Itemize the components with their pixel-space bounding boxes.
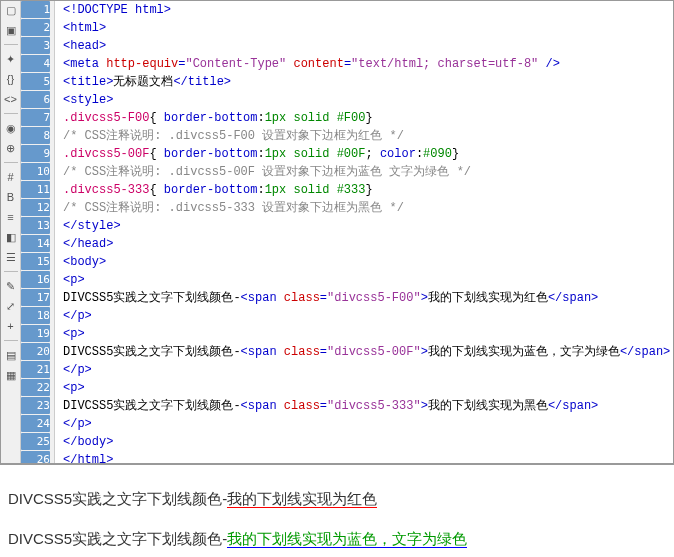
line-number: 26 bbox=[21, 451, 50, 463]
line-number: 10 bbox=[21, 163, 50, 180]
code-line[interactable]: <p> bbox=[63, 325, 673, 343]
braces-icon[interactable]: {} bbox=[4, 72, 18, 86]
line-number: 11 bbox=[21, 181, 50, 198]
code-line[interactable]: /* CSS注释说明: .divcss5-333 设置对象下边框为黑色 */ bbox=[63, 199, 673, 217]
code-line[interactable]: </html> bbox=[63, 451, 673, 463]
line-number: 15 bbox=[21, 253, 50, 270]
list-icon[interactable]: ☰ bbox=[4, 250, 18, 264]
code-line[interactable]: <!DOCTYPE html> bbox=[63, 1, 673, 19]
code-line[interactable]: .divcss5-333{ border-bottom:1px solid #3… bbox=[63, 181, 673, 199]
code-line[interactable]: <p> bbox=[63, 379, 673, 397]
line-number: 20 bbox=[21, 343, 50, 360]
code-line[interactable]: DIVCSS5实践之文字下划线颜色-<span class="divcss5-F… bbox=[63, 289, 673, 307]
paint-icon[interactable]: ◧ bbox=[4, 230, 18, 244]
code-line[interactable]: <html> bbox=[63, 19, 673, 37]
line-number: 4 bbox=[21, 55, 50, 72]
preview-panel: DIVCSS5实践之文字下划线颜色-我的下划线实现为红色 DIVCSS5实践之文… bbox=[0, 464, 674, 557]
anchor-icon[interactable]: # bbox=[4, 170, 18, 184]
line-number-gutter: 1234567891011121314151617181920212223242… bbox=[21, 1, 55, 463]
preview-text: DIVCSS5实践之文字下划线颜色- bbox=[8, 530, 227, 547]
align-icon[interactable]: ≡ bbox=[4, 210, 18, 224]
line-number: 22 bbox=[21, 379, 50, 396]
vertical-toolbar: ▢▣✦{}<>◉⊕#B≡◧☰✎⤢+▤▦ bbox=[1, 1, 21, 463]
line-number: 21 bbox=[21, 361, 50, 378]
line-number: 6 bbox=[21, 91, 50, 108]
line-number: 1 bbox=[21, 1, 50, 18]
line-number: 8 bbox=[21, 127, 50, 144]
toolbar-separator bbox=[4, 113, 18, 114]
code-content[interactable]: <!DOCTYPE html><html><head><meta http-eq… bbox=[55, 1, 673, 463]
code-line[interactable]: .divcss5-00F{ border-bottom:1px solid #0… bbox=[63, 145, 673, 163]
file-icon[interactable]: ▢ bbox=[4, 3, 18, 17]
target-icon[interactable]: ⊕ bbox=[4, 141, 18, 155]
code-line[interactable]: </head> bbox=[63, 235, 673, 253]
line-number: 14 bbox=[21, 235, 50, 252]
code-area[interactable]: 1234567891011121314151617181920212223242… bbox=[21, 1, 673, 463]
code-line[interactable]: <meta http-equiv="Content-Type" content=… bbox=[63, 55, 673, 73]
comment-icon[interactable]: ✎ bbox=[4, 279, 18, 293]
line-number: 18 bbox=[21, 307, 50, 324]
code-line[interactable]: </style> bbox=[63, 217, 673, 235]
code-line[interactable]: <title>无标题文档</title> bbox=[63, 73, 673, 91]
ruler-icon[interactable]: ▦ bbox=[4, 368, 18, 382]
toolbar-separator bbox=[4, 162, 18, 163]
line-number: 19 bbox=[21, 325, 50, 342]
line-number: 3 bbox=[21, 37, 50, 54]
folder-icon[interactable]: ▣ bbox=[4, 23, 18, 37]
code-line[interactable]: <p> bbox=[63, 271, 673, 289]
line-number: 17 bbox=[21, 289, 50, 306]
toolbar-separator bbox=[4, 340, 18, 341]
expand-icon[interactable]: ⤢ bbox=[4, 299, 18, 313]
line-number: 12 bbox=[21, 199, 50, 216]
underline-red-span: 我的下划线实现为红色 bbox=[227, 490, 377, 508]
preview-line-2: DIVCSS5实践之文字下划线颜色-我的下划线实现为蓝色，文字为绿色 bbox=[8, 521, 666, 557]
toolbar-separator bbox=[4, 271, 18, 272]
code-line[interactable]: </p> bbox=[63, 307, 673, 325]
preview-line-1: DIVCSS5实践之文字下划线颜色-我的下划线实现为红色 bbox=[8, 481, 666, 517]
code-line[interactable]: DIVCSS5实践之文字下划线颜色-<span class="divcss5-0… bbox=[63, 343, 673, 361]
line-number: 25 bbox=[21, 433, 50, 450]
eye-icon[interactable]: ◉ bbox=[4, 121, 18, 135]
line-number: 13 bbox=[21, 217, 50, 234]
preview-text: DIVCSS5实践之文字下划线颜色- bbox=[8, 490, 227, 507]
code-line[interactable]: </body> bbox=[63, 433, 673, 451]
toolbar-separator bbox=[4, 44, 18, 45]
code-line[interactable]: <head> bbox=[63, 37, 673, 55]
line-number: 7 bbox=[21, 109, 50, 126]
code-editor-panel: ▢▣✦{}<>◉⊕#B≡◧☰✎⤢+▤▦ 12345678910111213141… bbox=[0, 0, 674, 464]
line-number: 16 bbox=[21, 271, 50, 288]
wand-icon[interactable]: ✦ bbox=[4, 52, 18, 66]
line-number: 5 bbox=[21, 73, 50, 90]
line-number: 24 bbox=[21, 415, 50, 432]
layers-icon[interactable]: ▤ bbox=[4, 348, 18, 362]
bold-icon[interactable]: B bbox=[4, 190, 18, 204]
code-line[interactable]: DIVCSS5实践之文字下划线颜色-<span class="divcss5-3… bbox=[63, 397, 673, 415]
line-number: 9 bbox=[21, 145, 50, 162]
line-number: 2 bbox=[21, 19, 50, 36]
code-line[interactable]: /* CSS注释说明: .divcss5-F00 设置对象下边框为红色 */ bbox=[63, 127, 673, 145]
code-line[interactable]: /* CSS注释说明: .divcss5-00F 设置对象下边框为蓝色 文字为绿… bbox=[63, 163, 673, 181]
code-line[interactable]: </p> bbox=[63, 415, 673, 433]
underline-blue-span: 我的下划线实现为蓝色，文字为绿色 bbox=[227, 530, 467, 548]
code-line[interactable]: <body> bbox=[63, 253, 673, 271]
code-line[interactable]: </p> bbox=[63, 361, 673, 379]
line-number: 23 bbox=[21, 397, 50, 414]
code-line[interactable]: .divcss5-F00{ border-bottom:1px solid #F… bbox=[63, 109, 673, 127]
code-line[interactable]: <style> bbox=[63, 91, 673, 109]
add-icon[interactable]: + bbox=[4, 319, 18, 333]
tag-icon[interactable]: <> bbox=[4, 92, 18, 106]
